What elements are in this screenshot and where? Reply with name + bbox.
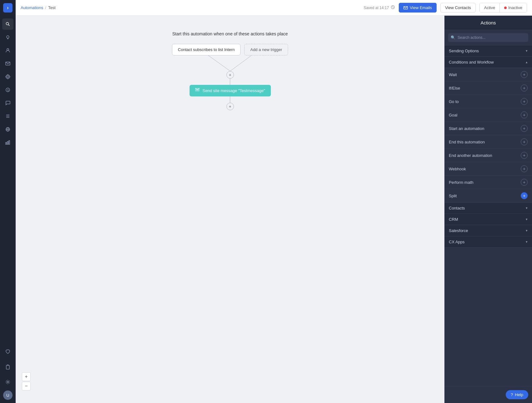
panel-body: Sending Options ▾ Conditions and Workflo… [444,45,532,386]
sidebar-bottom: U [2,345,13,400]
sidebar-item-revenue[interactable]: $ [2,84,13,96]
action-item-ifelse[interactable]: If/Else + [444,81,532,95]
panel-search-area: 🔍 [444,30,532,45]
action-item-start-automation[interactable]: Start an automation + [444,122,532,135]
contacts-chevron-icon: ▾ [526,206,528,210]
sidebar-item-messages[interactable] [2,97,13,109]
add-step-button-top[interactable]: + [226,71,234,79]
svg-point-7 [6,75,10,79]
fork-connector [183,55,277,71]
view-contacts-button[interactable]: View Contacts [440,3,476,13]
action-split-label: Split [449,194,457,198]
sidebar-item-search[interactable] [2,18,13,30]
saved-text: Saved at 14:17 [364,6,389,10]
inactive-dot [504,7,507,9]
action-webhook-label: Webhook [449,167,466,171]
sidebar-item-contacts[interactable] [2,45,13,56]
main-content: Automations / Test Saved at 14:17 View E… [16,0,532,403]
connector-line-1 [230,79,230,85]
sidebar-item-web[interactable] [2,124,13,135]
action-item-goal[interactable]: Goal + [444,108,532,122]
action-start-automation-label: Start an automation [449,126,484,131]
salesforce-chevron-icon: ▾ [526,229,528,233]
sidebar-nav: › $ U [0,0,16,403]
sidebar-item-chart[interactable] [2,137,13,148]
action-end-another-label: End another automation [449,153,492,158]
trigger-box-1[interactable]: Contact subscribes to list Intern [172,44,241,55]
svg-point-8 [7,76,9,78]
add-step-button-bottom[interactable]: + [226,103,234,110]
action-item-end-this-automation[interactable]: End this automation + [444,135,532,149]
connector-line-2 [230,96,230,103]
right-panel: Actions 🔍 Sending Options ▾ Conditions a… [444,16,532,403]
user-avatar[interactable]: U [3,390,13,400]
zoom-controls: + − [22,372,31,390]
canvas-area: Start this automation when one of these … [16,16,444,403]
breadcrumb: Automations / Test [21,5,56,10]
action-goal-label: Goal [449,113,457,117]
sidebar-item-favorites[interactable] [2,346,13,358]
svg-line-1 [8,25,9,26]
add-ifelse-icon[interactable]: + [521,85,528,91]
section-crm-label: CRM [449,217,458,222]
add-webhook-icon[interactable]: + [521,165,528,172]
active-option[interactable]: Active [480,3,499,12]
sidebar-item-ideas[interactable] [2,32,13,43]
crm-chevron-icon: ▾ [526,217,528,221]
add-goto-icon[interactable]: + [521,98,528,105]
action-ifelse-label: If/Else [449,86,460,90]
svg-line-29 [230,55,251,71]
trigger-row: Contact subscribes to list Intern Add a … [172,44,288,55]
breadcrumb-page: Test [48,5,56,10]
svg-point-2 [7,36,9,38]
app-logo[interactable]: › [3,3,13,13]
help-button[interactable]: ? Help [506,390,528,399]
trigger-box-2[interactable]: Add a new trigger [244,44,288,55]
add-perform-math-icon[interactable]: + [521,179,528,186]
action-item-webhook[interactable]: Webhook + [444,162,532,176]
add-wait-icon[interactable]: + [521,71,528,78]
action-item-goto[interactable]: Go to + [444,95,532,108]
section-contacts[interactable]: Contacts ▾ [444,203,532,214]
sidebar-item-lists[interactable] [2,111,13,122]
svg-rect-24 [6,365,9,369]
sidebar-item-settings[interactable] [2,376,13,388]
help-icon: ? [511,392,513,397]
breadcrumb-root[interactable]: Automations [21,5,43,10]
svg-rect-22 [7,142,8,144]
section-salesforce[interactable]: Salesforce ▾ [444,225,532,236]
app-header: Automations / Test Saved at 14:17 View E… [16,0,532,16]
section-contacts-label: Contacts [449,206,465,210]
view-emails-button[interactable]: View Emails [399,3,437,13]
section-conditions-label: Conditions and Workflow [449,60,494,65]
action-node[interactable]: Send site message "Testmessage" [190,85,271,96]
section-sending-options[interactable]: Sending Options ▾ [444,45,532,57]
sidebar-item-email[interactable] [2,58,13,69]
inactive-option[interactable]: Inactive [499,3,527,12]
svg-point-0 [6,23,9,25]
section-cx-apps[interactable]: CX Apps ▾ [444,236,532,248]
action-item-split[interactable]: Split + [444,189,532,203]
svg-rect-23 [9,141,10,144]
saved-info: Saved at 14:17 [364,5,395,10]
svg-point-25 [7,381,9,383]
action-item-perform-math[interactable]: Perform math + [444,176,532,189]
zoom-out-button[interactable]: − [22,382,31,390]
svg-point-5 [7,49,9,50]
action-item-wait[interactable]: Wait + [444,68,532,81]
panel-footer: ? Help [444,386,532,403]
action-item-end-another-automation[interactable]: End another automation + [444,149,532,162]
action-wait-label: Wait [449,72,457,77]
add-end-this-icon[interactable]: + [521,138,528,145]
panel-search-icon: 🔍 [451,35,455,40]
add-goal-icon[interactable]: + [521,111,528,118]
section-crm[interactable]: CRM ▾ [444,214,532,225]
panel-search-input[interactable] [448,33,528,42]
add-end-another-icon[interactable]: + [521,152,528,159]
section-conditions-workflow[interactable]: Conditions and Workflow ▴ [444,57,532,68]
add-start-automation-icon[interactable]: + [521,125,528,132]
add-split-icon[interactable]: + [521,192,528,199]
sidebar-item-targeting[interactable] [2,71,13,82]
sidebar-item-clipboard[interactable] [2,361,13,373]
zoom-in-button[interactable]: + [22,372,31,381]
